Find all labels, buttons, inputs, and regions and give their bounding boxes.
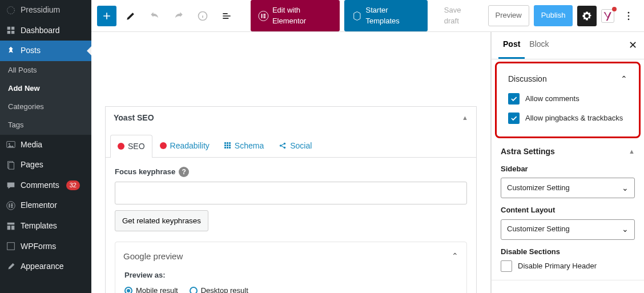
- svg-rect-16: [261, 14, 263, 18]
- menu-templates[interactable]: Templates: [0, 216, 91, 236]
- save-draft-button[interactable]: Save draft: [437, 0, 484, 31]
- svg-point-0: [7, 6, 15, 14]
- help-icon[interactable]: ?: [179, 167, 189, 177]
- pressidium-icon: [6, 5, 16, 15]
- yoast-metabox: Yoast SEO ▲ SEO Readability Schema: [105, 106, 477, 293]
- radio-desktop-label: Desktop result: [201, 286, 248, 293]
- google-preview-panel: Google preview ⌃ Preview as: Mobile resu…: [115, 242, 467, 293]
- collapse-icon: ▲: [462, 114, 468, 122]
- starter-templates-button[interactable]: Starter Templates: [344, 0, 428, 31]
- dashboard-icon: [6, 25, 16, 35]
- elementor-icon: [6, 200, 16, 211]
- outline-button[interactable]: [217, 6, 236, 26]
- menu-media[interactable]: Media: [0, 135, 91, 155]
- astra-header[interactable]: Astra Settings ▲: [501, 146, 635, 158]
- more-menu-button[interactable]: [619, 6, 638, 26]
- settings-gear-button[interactable]: [577, 6, 597, 26]
- radio-mobile-label: Mobile result: [136, 286, 178, 293]
- site-name: Pressidium: [21, 5, 60, 16]
- yoast-tab-seo-label: SEO: [128, 141, 145, 152]
- checkbox-allow-comments[interactable]: Allow comments: [508, 93, 627, 105]
- menu-media-label: Media: [21, 139, 42, 151]
- menu-elementor[interactable]: Elementor: [0, 195, 91, 216]
- radio-on-icon: [124, 287, 132, 293]
- close-settings-button[interactable]: ✕: [629, 38, 637, 53]
- discussion-header[interactable]: Discussion ⌃: [508, 74, 627, 85]
- disable-primary-label: Disable Primary Header: [518, 261, 597, 271]
- add-block-button[interactable]: [97, 6, 116, 26]
- tab-block[interactable]: Block: [525, 32, 553, 59]
- get-related-keyphrases-button[interactable]: Get related keyphrases: [115, 210, 208, 231]
- allow-comments-label: Allow comments: [525, 94, 579, 104]
- svg-rect-12: [11, 226, 14, 230]
- yoast-tab-schema[interactable]: Schema: [217, 134, 271, 158]
- svg-point-2: [9, 143, 10, 145]
- discussion-panel: Discussion ⌃ Allow comments Allow ping: [499, 66, 637, 132]
- svg-point-20: [628, 11, 630, 13]
- checkbox-on-icon: [508, 113, 520, 124]
- menu-elementor-label: Elementor: [21, 200, 57, 211]
- astra-sidebar-select[interactable]: Customizer Setting ⌄: [501, 178, 635, 198]
- undo-button[interactable]: [145, 6, 164, 26]
- readability-score-icon: [160, 142, 167, 149]
- edit-with-elementor-label: Edit with Elementor: [272, 5, 332, 26]
- svg-rect-9: [11, 207, 13, 208]
- astra-content-select[interactable]: Customizer Setting ⌄: [501, 219, 635, 240]
- chevron-up-icon: ⌃: [452, 251, 458, 262]
- details-button[interactable]: [193, 6, 212, 26]
- menu-wpforms-label: WPForms: [21, 241, 56, 252]
- edit-with-elementor-button[interactable]: Edit with Elementor: [251, 0, 340, 31]
- astra-panel: Astra Settings ▲ Sidebar Customizer Sett…: [492, 138, 644, 280]
- chevron-down-icon: ⌄: [622, 224, 629, 235]
- google-preview-title: Google preview: [123, 250, 183, 262]
- menu-wpforms[interactable]: WPForms: [0, 236, 91, 257]
- radio-mobile-result[interactable]: Mobile result: [124, 286, 178, 293]
- submenu-categories[interactable]: Categories: [0, 98, 91, 116]
- discussion-highlight: Discussion ⌃ Allow comments Allow ping: [495, 62, 641, 138]
- submenu-all-posts[interactable]: All Posts: [0, 61, 91, 79]
- menu-dashboard[interactable]: Dashboard: [0, 21, 91, 41]
- submenu-tags[interactable]: Tags: [0, 116, 91, 134]
- menu-posts[interactable]: Posts: [0, 41, 91, 61]
- pages-icon: [6, 160, 16, 170]
- menu-appearance[interactable]: Appearance: [0, 256, 91, 277]
- google-preview-body: Preview as: Mobile result Desktop result: [115, 270, 466, 293]
- menu-comments[interactable]: Comments 32: [0, 175, 91, 196]
- redo-button[interactable]: [169, 6, 188, 26]
- pin-icon: [6, 46, 16, 56]
- yoast-tab-readability[interactable]: Readability: [152, 134, 217, 158]
- editor-toolbar: Edit with Elementor Starter Templates Sa…: [91, 0, 644, 32]
- focus-keyphrase-input[interactable]: [115, 182, 467, 204]
- discussion-title: Discussion: [508, 74, 547, 85]
- seo-score-icon: [118, 143, 124, 150]
- yoast-tab-readability-label: Readability: [170, 141, 210, 152]
- svg-rect-11: [7, 226, 10, 230]
- checkbox-off-icon: [501, 260, 512, 272]
- tab-post[interactable]: Post: [498, 32, 525, 59]
- starter-templates-label: Starter Templates: [366, 5, 420, 26]
- yoast-badge-button[interactable]: [601, 9, 614, 23]
- settings-panel: Post Block ✕ Discussion ⌃ Allow comments: [491, 32, 644, 293]
- radio-desktop-result[interactable]: Desktop result: [190, 286, 248, 293]
- edit-tool-button[interactable]: [121, 6, 140, 26]
- menu-comments-label: Comments: [21, 180, 59, 191]
- submenu-posts: All Posts Add New Categories Tags: [0, 61, 91, 135]
- site-brand[interactable]: Pressidium: [0, 0, 91, 21]
- yoast-tab-social[interactable]: Social: [271, 134, 319, 158]
- focus-keyphrase-label: Focus keyphrase ?: [115, 167, 467, 177]
- checkbox-on-icon: [508, 93, 520, 105]
- checkbox-disable-primary-header[interactable]: Disable Primary Header: [501, 260, 635, 272]
- yoast-tab-seo[interactable]: SEO: [110, 135, 152, 158]
- canvas: Yoast SEO ▲ SEO Readability Schema: [91, 32, 644, 293]
- submenu-add-new[interactable]: Add New: [0, 79, 91, 98]
- google-preview-header[interactable]: Google preview ⌃: [115, 242, 466, 270]
- checkbox-allow-pingbacks[interactable]: Allow pingbacks & trackbacks: [508, 113, 627, 124]
- preview-button[interactable]: Preview: [488, 5, 529, 26]
- menu-pages[interactable]: Pages: [0, 155, 91, 175]
- yoast-heading[interactable]: Yoast SEO ▲: [106, 107, 476, 130]
- publish-button[interactable]: Publish: [534, 5, 573, 26]
- yoast-tab-schema-label: Schema: [235, 141, 264, 152]
- admin-sidebar: Pressidium Dashboard Posts All Posts Add…: [0, 0, 91, 293]
- astra-sidebar-value: Customizer Setting: [507, 183, 570, 193]
- astra-content-value: Customizer Setting: [507, 224, 570, 234]
